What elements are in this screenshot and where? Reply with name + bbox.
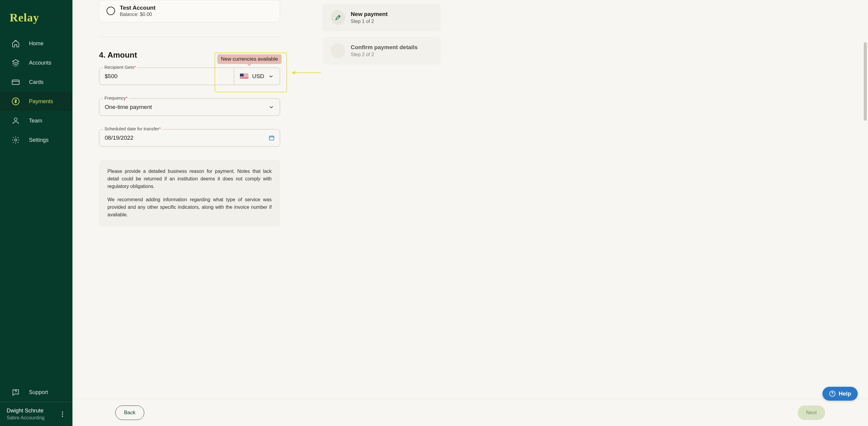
sidebar-bottom: Support Dwight Schrute Sabre Accounting [0, 383, 72, 426]
sidebar-item-label: Payments [29, 98, 53, 105]
step-title: New payment [351, 11, 388, 18]
sidebar-item-home[interactable]: Home [0, 34, 72, 53]
sidebar-item-payments[interactable]: Payments [0, 92, 72, 111]
steps-column: New payment Step 1 of 2 Confirm payment … [322, 0, 441, 390]
user-menu-button[interactable] [59, 411, 66, 418]
recipient-field: New currencies available Recipient Gets*… [99, 68, 280, 85]
date-field: Scheduled date for transfer* [99, 129, 280, 146]
date-label: Scheduled date for transfer* [103, 126, 162, 131]
calendar-icon[interactable] [269, 135, 275, 141]
step-title: Confirm payment details [351, 44, 418, 51]
footer-bar: Back Next [72, 399, 868, 426]
currency-select[interactable]: USD [234, 68, 280, 85]
step-confirm-details[interactable]: Confirm payment details Step 2 of 2 [322, 37, 441, 65]
sidebar-item-label: Cards [29, 79, 43, 86]
layers-icon [11, 59, 20, 67]
sidebar-item-cards[interactable]: Cards [0, 72, 72, 92]
sidebar-item-label: Team [29, 118, 42, 124]
sidebar-item-support[interactable]: Support [0, 383, 72, 402]
user-block: Dwight Schrute Sabre Accounting [0, 402, 72, 426]
new-currencies-callout: New currencies available [217, 54, 282, 64]
step-placeholder-icon [331, 43, 345, 58]
svg-point-2 [14, 118, 17, 121]
sidebar-item-label: Accounts [29, 60, 51, 66]
step-subtitle: Step 2 of 2 [351, 52, 418, 57]
frequency-label: Frequency* [103, 95, 129, 100]
help-button[interactable]: Help [823, 387, 858, 401]
us-flag-icon [240, 74, 248, 79]
user-icon [11, 117, 20, 125]
scheduled-date-input[interactable] [99, 129, 280, 146]
sidebar-item-label: Settings [29, 137, 49, 143]
divider [99, 37, 280, 37]
help-icon [829, 390, 836, 397]
chevron-down-icon [268, 73, 274, 79]
currency-code: USD [252, 73, 264, 80]
sidebar-item-team[interactable]: Team [0, 111, 72, 130]
help-label: Help [839, 390, 851, 397]
account-name: Test Account [120, 4, 155, 11]
main: Test Account Balance: $0.00 4. Amount Ne… [72, 0, 868, 426]
svg-rect-4 [270, 136, 274, 140]
frequency-select[interactable]: One-time payment [99, 98, 280, 116]
frequency-value: One-time payment [105, 104, 152, 110]
sidebar-item-label: Support [29, 389, 48, 396]
user-name: Dwight Schrute [7, 407, 44, 414]
dollar-icon [11, 97, 20, 106]
sidebar-item-label: Home [29, 40, 43, 47]
pencil-icon [331, 10, 345, 25]
user-org: Sabre Accounting [7, 415, 44, 421]
step-new-payment[interactable]: New payment Step 1 of 2 [322, 4, 441, 31]
brand-logo: Relay [10, 11, 64, 24]
arrow-annotation [292, 72, 321, 73]
radio-icon[interactable] [106, 7, 115, 15]
info-paragraph: We recommend adding information regardin… [107, 196, 272, 219]
user-names: Dwight Schrute Sabre Accounting [7, 407, 44, 421]
frequency-field: Frequency* One-time payment [99, 98, 280, 116]
account-info: Test Account Balance: $0.00 [120, 4, 155, 17]
scrollbar-thumb[interactable] [864, 42, 867, 121]
back-button[interactable]: Back [115, 405, 144, 420]
account-balance: Balance: $0.00 [120, 12, 155, 17]
payment-reason-info: Please provide a detailed business reaso… [99, 160, 280, 227]
sidebar: Relay Home Accounts Cards Payments Team … [0, 0, 72, 426]
recipient-amount-input[interactable] [99, 68, 234, 85]
svg-point-3 [15, 139, 17, 141]
content-scroll[interactable]: Test Account Balance: $0.00 4. Amount Ne… [72, 0, 868, 399]
sidebar-item-settings[interactable]: Settings [0, 130, 72, 150]
sidebar-nav: Home Accounts Cards Payments Team Settin… [0, 31, 72, 383]
card-icon [11, 78, 20, 86]
step-subtitle: Step 1 of 2 [351, 19, 388, 24]
form-column: Test Account Balance: $0.00 4. Amount Ne… [99, 0, 280, 390]
sidebar-item-accounts[interactable]: Accounts [0, 53, 72, 72]
chevron-down-icon [268, 104, 274, 110]
next-button[interactable]: Next [798, 405, 825, 420]
gear-icon [11, 136, 20, 144]
svg-rect-0 [12, 80, 19, 85]
scrollbar-track[interactable] [863, 0, 867, 426]
info-paragraph: Please provide a detailed business reaso… [107, 168, 272, 190]
home-icon [11, 39, 20, 48]
chat-question-icon [11, 388, 20, 396]
logo-wrap: Relay [0, 0, 72, 31]
recipient-label: Recipient Gets* [103, 65, 137, 70]
account-option[interactable]: Test Account Balance: $0.00 [99, 0, 280, 22]
